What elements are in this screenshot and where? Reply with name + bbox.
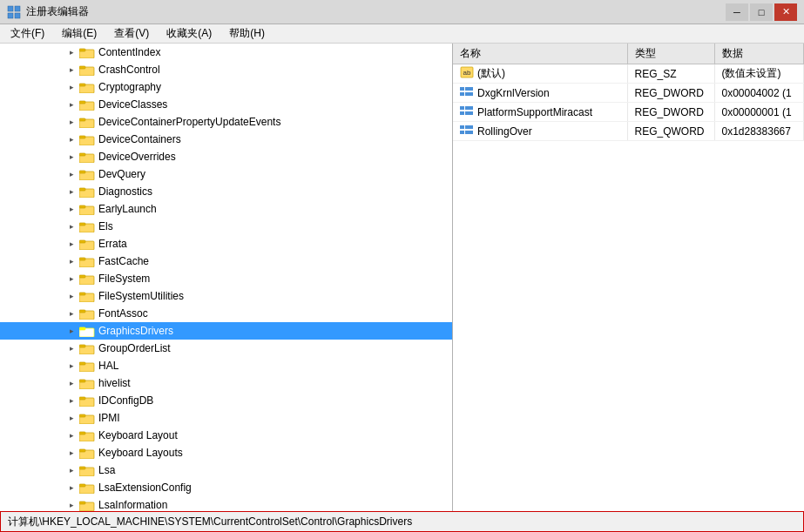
tree-item[interactable]: DeviceOverrides bbox=[0, 148, 452, 165]
table-cell-name: ab (默认) bbox=[453, 64, 627, 84]
col-type[interactable]: 类型 bbox=[627, 44, 714, 64]
svg-rect-43 bbox=[79, 380, 85, 382]
svg-rect-2 bbox=[8, 13, 13, 18]
folder-icon bbox=[79, 151, 95, 163]
maximize-button[interactable]: □ bbox=[750, 3, 773, 21]
tree-item[interactable]: FileSystem bbox=[0, 270, 452, 287]
svg-rect-15 bbox=[79, 136, 85, 138]
tree-item[interactable]: Els bbox=[0, 218, 452, 235]
table-cell-type: REG_QWORD bbox=[627, 122, 714, 141]
tree-item[interactable]: Lsa bbox=[0, 461, 452, 479]
tree-item[interactable]: hivelist bbox=[0, 374, 452, 392]
tree-item[interactable]: IDConfigDB bbox=[0, 392, 452, 409]
table-row[interactable]: PlatformSupportMiracastREG_DWORD0x000000… bbox=[453, 103, 804, 122]
svg-rect-17 bbox=[79, 153, 85, 156]
svg-rect-33 bbox=[79, 293, 85, 295]
folder-icon bbox=[79, 255, 95, 267]
folder-icon bbox=[79, 447, 95, 459]
tree-arrow-icon bbox=[65, 151, 78, 163]
svg-rect-39 bbox=[79, 345, 85, 347]
minimize-button[interactable]: ─ bbox=[726, 3, 748, 21]
table-cell-data: 0x00004002 (1 bbox=[714, 84, 804, 103]
tree-item-label: ContentIndex bbox=[98, 46, 160, 58]
table-cell-type: REG_SZ bbox=[627, 64, 714, 84]
table-row[interactable]: RollingOverREG_QWORD0x1d28383667 bbox=[453, 122, 804, 141]
tree-item[interactable]: DeviceContainerPropertyUpdateEvents bbox=[0, 113, 452, 131]
menu-edit[interactable]: 编辑(E) bbox=[55, 24, 104, 43]
tree-item[interactable]: Keyboard Layout bbox=[0, 427, 452, 444]
tree-arrow-icon bbox=[65, 81, 78, 93]
tree-item[interactable]: GroupOrderList bbox=[0, 340, 452, 357]
table-row[interactable]: DxgKrnlVersionREG_DWORD0x00004002 (1 bbox=[453, 84, 804, 103]
folder-icon bbox=[79, 481, 95, 494]
folder-icon bbox=[79, 133, 95, 145]
folder-icon bbox=[79, 46, 95, 58]
folder-icon bbox=[79, 464, 95, 476]
tree-arrow-icon bbox=[65, 46, 78, 58]
col-data[interactable]: 数据 bbox=[714, 44, 804, 64]
title-bar-left: 注册表编辑器 bbox=[7, 4, 89, 19]
svg-rect-74 bbox=[465, 125, 470, 129]
folder-icon bbox=[79, 360, 95, 372]
folder-icon bbox=[79, 185, 95, 198]
tree-item[interactable]: HAL bbox=[0, 357, 452, 374]
menu-help[interactable]: 帮助(H) bbox=[222, 24, 272, 43]
svg-rect-66 bbox=[460, 106, 464, 110]
col-name[interactable]: 名称 bbox=[453, 44, 627, 64]
menu-favorites[interactable]: 收藏夹(A) bbox=[159, 24, 219, 43]
tree-item[interactable]: Keyboard Layouts bbox=[0, 444, 452, 461]
tree-item[interactable]: Errata bbox=[0, 235, 452, 253]
tree-item-label: GroupOrderList bbox=[98, 342, 171, 354]
tree-item-label: GraphicsDrivers bbox=[98, 325, 173, 337]
folder-icon bbox=[79, 203, 95, 215]
tree-item[interactable]: FastCache bbox=[0, 253, 452, 270]
tree-item[interactable]: DeviceClasses bbox=[0, 96, 452, 113]
tree-arrow-icon bbox=[65, 64, 78, 76]
registry-table-container[interactable]: 名称 类型 数据 ab (默认)REG_SZ(数值未设置) DxgKrnlVer… bbox=[453, 44, 804, 511]
tree-arrow-icon bbox=[65, 307, 78, 320]
tree-item-label: FontAssoc bbox=[98, 307, 148, 320]
tree-item[interactable]: GraphicsDrivers bbox=[0, 322, 452, 340]
tree-arrow-icon bbox=[65, 220, 78, 232]
tree-item[interactable]: LsaInformation bbox=[0, 496, 452, 511]
menu-file[interactable]: 文件(F) bbox=[3, 24, 51, 43]
menu-view[interactable]: 查看(V) bbox=[107, 24, 156, 43]
tree-arrow-icon bbox=[65, 238, 78, 250]
svg-rect-49 bbox=[79, 432, 85, 434]
folder-icon bbox=[79, 377, 95, 389]
tree-item-label: DeviceClasses bbox=[98, 98, 167, 111]
folder-icon bbox=[79, 273, 95, 285]
tree-item[interactable]: LsaExtensionConfig bbox=[0, 479, 452, 496]
tree-item[interactable]: ContentIndex bbox=[0, 44, 452, 61]
tree-item[interactable]: FontAssoc bbox=[0, 305, 452, 322]
tree-arrow-icon bbox=[65, 481, 78, 494]
tree-item[interactable]: Diagnostics bbox=[0, 183, 452, 200]
tree-item[interactable]: IPMI bbox=[0, 409, 452, 427]
tree-item-label: FileSystemUtilities bbox=[98, 290, 184, 302]
tree-item[interactable]: EarlyLaunch bbox=[0, 200, 452, 218]
tree-item[interactable]: Cryptography bbox=[0, 78, 452, 96]
tree-item[interactable]: DevQuery bbox=[0, 165, 452, 183]
svg-rect-62 bbox=[465, 87, 470, 91]
tree-item-label: IPMI bbox=[98, 412, 120, 424]
tree-content[interactable]: ContentIndex CrashControl Cryptography D… bbox=[0, 44, 452, 511]
tree-item-label: Diagnostics bbox=[98, 185, 152, 198]
tree-item[interactable]: CrashControl bbox=[0, 61, 452, 78]
tree-arrow-icon bbox=[65, 429, 78, 441]
table-cell-name: DxgKrnlVersion bbox=[453, 84, 627, 103]
table-row[interactable]: ab (默认)REG_SZ(数值未设置) bbox=[453, 64, 804, 84]
svg-rect-27 bbox=[79, 240, 85, 243]
default-value-icon: ab bbox=[460, 66, 474, 81]
close-button[interactable]: ✕ bbox=[774, 3, 797, 21]
svg-rect-69 bbox=[465, 111, 470, 115]
svg-rect-21 bbox=[79, 188, 85, 191]
tree-item-label: IDConfigDB bbox=[98, 394, 153, 407]
svg-text:ab: ab bbox=[463, 69, 471, 77]
tree-item-label: Lsa bbox=[98, 464, 115, 476]
tree-item-label: Els bbox=[98, 220, 113, 232]
tree-item[interactable]: FileSystemUtilities bbox=[0, 287, 452, 305]
tree-item[interactable]: DeviceContainers bbox=[0, 131, 452, 148]
folder-icon bbox=[79, 238, 95, 250]
svg-rect-23 bbox=[79, 205, 85, 208]
tree-arrow-icon bbox=[65, 255, 78, 267]
